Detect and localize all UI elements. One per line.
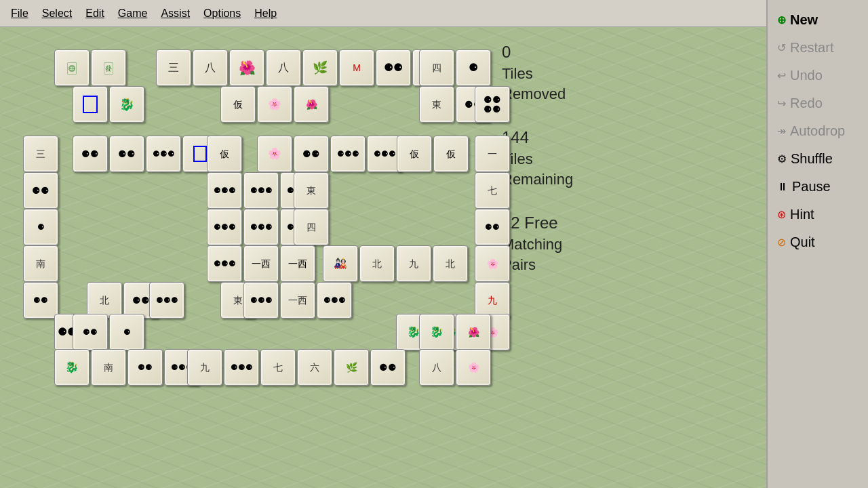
redo-icon: ↪ <box>777 97 786 110</box>
tile[interactable]: 🌿 <box>334 349 369 386</box>
tile[interactable]: 🌺 <box>294 86 329 123</box>
menu-help[interactable]: Help <box>249 5 282 22</box>
tile[interactable]: 🌸 <box>257 86 292 123</box>
tile[interactable]: ⚈⚈⚈ <box>149 282 184 319</box>
tile[interactable]: 九 <box>187 349 222 386</box>
game-area: File Select Edit Game Assist Options Hel… <box>0 0 766 488</box>
tile[interactable]: ⚈ <box>109 314 144 350</box>
tile[interactable]: 一西 <box>243 245 279 282</box>
tile[interactable]: 東 <box>294 172 329 209</box>
menu-assist[interactable]: Assist <box>155 5 195 22</box>
tile[interactable]: 四 <box>294 209 329 245</box>
redo-button[interactable]: ↪ Redo <box>770 92 865 115</box>
tile[interactable]: 🎎 <box>323 245 358 282</box>
tile[interactable]: ⚈⚈⚈ <box>207 209 242 245</box>
tile[interactable]: ⚈⚈⚈ <box>317 282 352 319</box>
tile[interactable] <box>73 86 108 123</box>
tile[interactable]: ⚈⚈⚈ <box>207 245 242 282</box>
tile[interactable]: ⚈⚈⚈ <box>330 136 366 172</box>
tile[interactable]: ⚈⚈ <box>23 282 58 319</box>
tile[interactable]: ⚈⚈ <box>370 349 406 386</box>
tile[interactable]: 四 <box>419 49 454 86</box>
tile[interactable]: ⚈⚈ <box>109 136 144 172</box>
tile[interactable]: ⚈⚈ <box>73 314 108 350</box>
tile[interactable]: ⚈ <box>456 49 491 86</box>
tile[interactable]: M <box>339 49 374 86</box>
tile[interactable]: 北 <box>433 245 468 282</box>
tile[interactable]: ⚈⚈ <box>23 172 58 209</box>
quit-icon: ⊘ <box>777 236 786 249</box>
tiles-removed-label: TilesRemoved <box>502 64 637 106</box>
tile[interactable]: ⚈ <box>23 209 58 245</box>
quit-button[interactable]: ⊘ Quit <box>770 230 865 254</box>
tile[interactable]: 仮 <box>220 86 256 123</box>
tile[interactable]: 仮 <box>397 136 432 172</box>
tile[interactable]: ⚈⚈⚈ <box>146 136 181 172</box>
tile[interactable]: ⚈⚈⚈ <box>243 282 279 319</box>
tile[interactable]: 一西 <box>280 282 315 319</box>
tile[interactable]: 八 <box>193 49 228 86</box>
tile[interactable]: ⚈⚈⚈ <box>207 172 242 209</box>
tile[interactable]: 九 <box>475 282 510 319</box>
autodrop-icon: ↠ <box>777 125 786 138</box>
pause-label: Pause <box>792 179 831 195</box>
quit-label: Quit <box>790 235 815 250</box>
tile[interactable]: 北 <box>87 282 122 319</box>
tiles-remaining-count: 144 <box>502 126 637 149</box>
tile[interactable]: ⚈⚈⚈⚈ <box>475 86 510 123</box>
autodrop-button[interactable]: ↠ Autodrop <box>770 119 865 143</box>
tile[interactable]: ⚈⚈ <box>73 136 108 172</box>
tile[interactable]: 六 <box>297 349 332 386</box>
tile[interactable]: 🌸 <box>257 136 292 172</box>
tile[interactable]: 三 <box>23 136 58 172</box>
tiles-remaining-label: TilesRemaining <box>502 149 637 191</box>
tile[interactable]: ⚈⚈⚈ <box>243 209 279 245</box>
tile[interactable]: 八 <box>266 49 301 86</box>
hint-button[interactable]: ⊛ Hint <box>770 203 865 226</box>
tile[interactable]: 八 <box>419 349 454 386</box>
shuffle-button[interactable]: ⚙ Shuffle <box>770 147 865 171</box>
tile[interactable]: 🌺 <box>229 49 264 86</box>
undo-label: Undo <box>790 68 823 83</box>
menu-select[interactable]: Select <box>37 5 77 22</box>
new-icon: ⊕ <box>777 14 786 26</box>
restart-button[interactable]: ↺ Restart <box>770 36 865 60</box>
tile[interactable]: 🐉 <box>109 86 144 123</box>
restart-icon: ↺ <box>777 41 786 54</box>
tile[interactable]: 🌿 <box>302 49 338 86</box>
tile[interactable]: 南 <box>23 245 58 282</box>
tile[interactable]: ⚈⚈⚈ <box>224 349 259 386</box>
tile[interactable]: 北 <box>359 245 395 282</box>
tile[interactable]: ⚈⚈ <box>294 136 329 172</box>
shuffle-label: Shuffle <box>791 151 833 167</box>
menu-edit[interactable]: Edit <box>80 5 110 22</box>
tile[interactable]: 🀅 <box>91 49 126 86</box>
undo-button[interactable]: ↩ Undo <box>770 64 865 87</box>
tile[interactable]: 東 <box>419 86 454 123</box>
shuffle-icon: ⚙ <box>777 152 787 165</box>
tile[interactable]: 七 <box>260 349 296 386</box>
tile[interactable]: ⚈⚈ <box>475 209 510 245</box>
tile[interactable]: 🌸 <box>475 245 510 282</box>
tile[interactable]: 🌺 <box>456 314 491 350</box>
tile[interactable]: 九 <box>396 245 431 282</box>
menu-file[interactable]: File <box>5 5 34 22</box>
tile[interactable]: ⚈⚈ <box>376 49 411 86</box>
menu-game[interactable]: Game <box>113 5 153 22</box>
tile[interactable]: 🌸 <box>456 349 491 386</box>
tile[interactable]: 🐉 <box>54 349 90 386</box>
tile[interactable]: 七 <box>475 172 510 209</box>
new-button[interactable]: ⊕ New <box>770 8 865 32</box>
tile[interactable]: 仮 <box>207 136 242 172</box>
tile[interactable]: ⚈⚈⚈ <box>243 172 279 209</box>
tile[interactable]: 南 <box>91 349 126 386</box>
tile[interactable]: 🀙 <box>54 49 90 86</box>
pause-button[interactable]: ⏸ Pause <box>770 175 865 199</box>
tile[interactable]: ⚈⚈ <box>127 349 163 386</box>
tile[interactable]: 🐉 <box>419 314 454 350</box>
tile[interactable]: 三 <box>156 49 191 86</box>
tile[interactable]: 一 <box>475 136 510 172</box>
menu-options[interactable]: Options <box>198 5 246 22</box>
tile[interactable]: 一西 <box>280 245 315 282</box>
tile[interactable]: 仮 <box>433 136 469 172</box>
